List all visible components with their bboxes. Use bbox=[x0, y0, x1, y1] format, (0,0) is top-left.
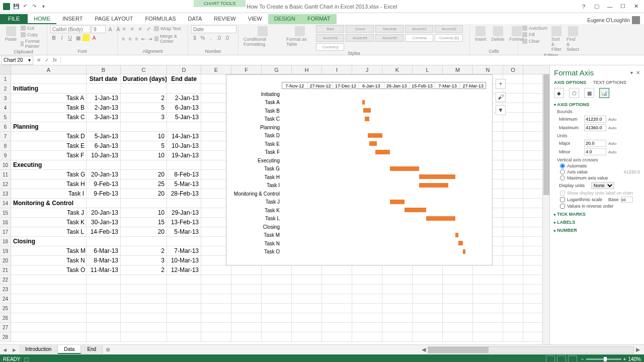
cell[interactable]: 7-Mar-13 bbox=[167, 246, 201, 255]
vertical-scrollbar[interactable] bbox=[542, 74, 549, 344]
cell[interactable]: 10 bbox=[121, 132, 167, 141]
cell[interactable] bbox=[167, 323, 201, 332]
cell[interactable] bbox=[11, 275, 87, 284]
col-header[interactable]: A bbox=[11, 65, 87, 74]
cell[interactable]: 14-Feb-13 bbox=[87, 227, 121, 236]
cell[interactable]: Executing bbox=[11, 160, 87, 169]
cell[interactable]: 3-Jan-13 bbox=[87, 113, 121, 122]
cell[interactable] bbox=[413, 265, 443, 275]
cell[interactable] bbox=[201, 332, 231, 341]
cell[interactable] bbox=[201, 265, 231, 275]
ribbon-tab-home[interactable]: HOME bbox=[28, 14, 56, 24]
paste-button[interactable]: Paste bbox=[3, 25, 19, 43]
cell[interactable]: 3 bbox=[121, 113, 167, 122]
align-left-icon[interactable]: ≡ bbox=[121, 35, 126, 42]
sheet-tab[interactable]: Data bbox=[58, 345, 81, 354]
cell[interactable]: Task D bbox=[11, 132, 87, 141]
cell[interactable]: 5 bbox=[121, 103, 167, 112]
zoom-slider[interactable] bbox=[586, 358, 621, 360]
col-header[interactable]: N bbox=[473, 65, 503, 74]
cell[interactable] bbox=[503, 151, 523, 160]
cell[interactable] bbox=[503, 208, 523, 217]
cell[interactable] bbox=[473, 265, 503, 275]
gantt-bar[interactable] bbox=[363, 108, 371, 113]
gantt-bar[interactable] bbox=[463, 249, 466, 254]
user-account[interactable]: Eugene O'Loughlin bbox=[587, 16, 644, 24]
cell[interactable] bbox=[503, 74, 523, 83]
cell[interactable] bbox=[503, 313, 523, 322]
cell[interactable] bbox=[11, 74, 87, 83]
sheet-tab[interactable]: End bbox=[81, 345, 103, 354]
cell[interactable] bbox=[382, 275, 413, 284]
cell[interactable]: 20-Jan-13 bbox=[87, 208, 121, 217]
cell[interactable] bbox=[201, 285, 231, 294]
cell[interactable] bbox=[87, 313, 121, 322]
cell[interactable] bbox=[413, 304, 443, 313]
font-name-input[interactable] bbox=[50, 25, 91, 33]
cell[interactable] bbox=[167, 313, 201, 322]
cell[interactable]: 8-Mar-13 bbox=[87, 256, 121, 265]
cell[interactable]: Task F bbox=[11, 151, 87, 160]
cell[interactable]: 10-Mar-13 bbox=[167, 256, 201, 265]
col-header[interactable]: O bbox=[503, 65, 523, 74]
cell[interactable]: 9-Feb-13 bbox=[87, 179, 121, 189]
cell[interactable] bbox=[87, 199, 121, 208]
cell[interactable] bbox=[231, 294, 262, 303]
cell[interactable] bbox=[503, 122, 523, 131]
cell[interactable]: Task J bbox=[11, 208, 87, 217]
cell[interactable] bbox=[262, 275, 292, 284]
cell[interactable] bbox=[11, 313, 87, 322]
chart-plot-area[interactable]: InitiatingTask ATask BTask CPlanningTask… bbox=[226, 90, 486, 256]
merge-center-button[interactable]: Merge & Center bbox=[153, 33, 185, 44]
cell[interactable] bbox=[87, 237, 121, 246]
cell[interactable]: 8-Feb-13 bbox=[167, 170, 201, 179]
cell[interactable]: 2 bbox=[121, 265, 167, 275]
gantt-bar[interactable] bbox=[369, 141, 377, 146]
cell[interactable] bbox=[443, 294, 473, 303]
style-chip[interactable]: Comma bbox=[405, 34, 433, 42]
cell[interactable] bbox=[11, 323, 87, 332]
cell[interactable] bbox=[11, 285, 87, 294]
page-layout-view-button[interactable] bbox=[557, 355, 566, 362]
cell[interactable]: 29-Jan-13 bbox=[167, 208, 201, 217]
cell[interactable] bbox=[503, 189, 523, 198]
tab-nav-prev[interactable]: ◀ bbox=[0, 347, 10, 352]
cell[interactable] bbox=[201, 275, 231, 284]
ribbon-tab-design[interactable]: DESIGN bbox=[268, 14, 301, 24]
cell[interactable] bbox=[167, 285, 201, 294]
cell[interactable] bbox=[503, 160, 523, 169]
macro-record-icon[interactable]: ⬚ bbox=[24, 356, 29, 362]
cell[interactable] bbox=[413, 332, 443, 341]
cell[interactable] bbox=[167, 160, 201, 169]
cell[interactable] bbox=[201, 304, 231, 313]
row-header[interactable]: 20 bbox=[0, 256, 11, 265]
cell[interactable] bbox=[87, 332, 121, 341]
col-header[interactable]: E bbox=[201, 65, 231, 74]
cell[interactable] bbox=[413, 275, 443, 284]
cell[interactable]: 10 bbox=[121, 208, 167, 217]
cancel-formula-icon[interactable]: ✕ bbox=[35, 57, 42, 63]
axis-options-icon[interactable]: 📊 bbox=[599, 88, 609, 98]
row-header[interactable]: 6 bbox=[0, 122, 11, 131]
labels-section[interactable]: LABELS bbox=[554, 220, 640, 225]
reverse-order-check[interactable] bbox=[560, 204, 565, 209]
style-chip[interactable]: Accent2 bbox=[435, 25, 463, 33]
bold-button[interactable]: B bbox=[50, 34, 57, 41]
cell[interactable]: 5 bbox=[121, 141, 167, 150]
row-header[interactable]: 26 bbox=[0, 313, 11, 322]
qat-save-icon[interactable]: 💾 bbox=[13, 4, 19, 10]
percent-icon[interactable]: % bbox=[199, 34, 206, 41]
row-header[interactable]: 9 bbox=[0, 151, 11, 160]
cell[interactable] bbox=[87, 304, 121, 313]
align-top-icon[interactable]: ≡ bbox=[121, 25, 128, 32]
col-header[interactable]: F bbox=[231, 65, 262, 74]
ribbon-tab-view[interactable]: VIEW bbox=[242, 14, 268, 24]
cell[interactable] bbox=[443, 275, 473, 284]
cell[interactable]: Initiating bbox=[11, 84, 87, 93]
style-chip[interactable]: Good bbox=[346, 25, 374, 33]
crosses-value-radio[interactable] bbox=[560, 169, 565, 174]
cell[interactable]: 10-Jan-13 bbox=[167, 141, 201, 150]
cell-styles-gallery[interactable]: BadGoodNeutralAccent1Accent2Accent3Accen… bbox=[316, 25, 466, 51]
chart-filters-button[interactable]: ▼ bbox=[496, 105, 506, 115]
format-as-table-button[interactable]: Format as Table bbox=[284, 25, 315, 48]
